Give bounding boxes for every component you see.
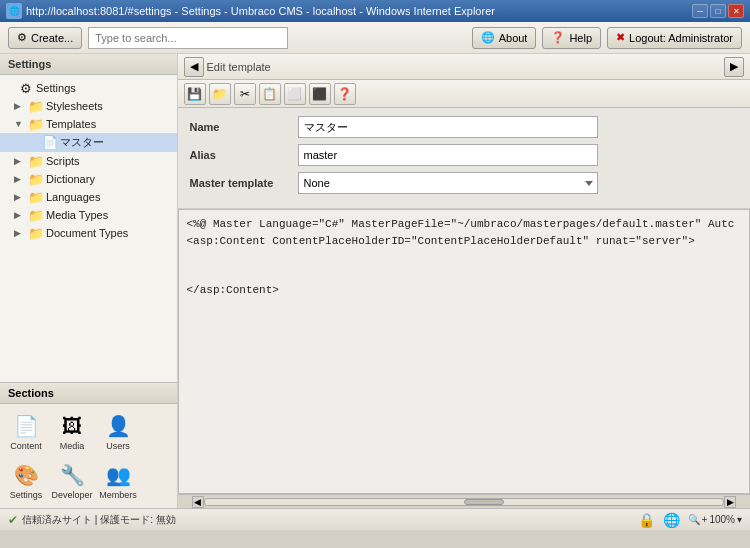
status-bar: ✔ 信頼済みサイト | 保護モード: 無効 🔒 🌐 🔍 + 100% ▾ [0,508,750,530]
master-template-label: Master template [190,177,290,189]
create-icon: ⚙ [17,31,27,44]
alias-input[interactable] [298,144,598,166]
zoom-dropdown-icon[interactable]: ▾ [737,514,742,525]
minimize-button[interactable]: ─ [692,4,708,18]
toggle-dictionary: ▶ [14,174,26,184]
zoom-icon: 🔍 [688,514,700,525]
cut-button[interactable]: ✂ [234,83,256,105]
search-input[interactable] [88,27,288,49]
window-button[interactable]: ⬛ [309,83,331,105]
alias-row: Alias [190,144,739,166]
about-icon: 🌐 [481,31,495,44]
main-layout: Settings ⚙ Settings ▶ 📁 Stylesheets ▼ 📁 … [0,54,750,508]
zoom-label: 100% [709,514,735,525]
trusted-icon: ✔ [8,513,18,527]
sidebar-header: Settings [0,54,177,75]
security-icon: 🔒 [638,512,655,528]
scroll-left-button[interactable]: ◀ [192,496,204,508]
name-row: Name [190,116,739,138]
scroll-right-button[interactable]: ▶ [724,496,736,508]
toggle-document-types: ▶ [14,228,26,238]
content-section-bar: ◀ Edit template ▶ [178,54,751,80]
close-button[interactable]: ✕ [728,4,744,18]
document-types-icon: 📁 [28,226,44,240]
copy-button[interactable]: 📋 [259,83,281,105]
main-toolbar: ⚙ Create... 🌐 About ❓ Help ✖ Logout: Adm… [0,22,750,54]
editor-toolbar: 💾 📁 ✂ 📋 ⬜ ⬛ ❓ [178,80,751,108]
maximize-button[interactable]: □ [710,4,726,18]
zoom-section: 🔍 + 100% ▾ [688,514,742,525]
section-users[interactable]: 👤 Users [96,408,140,455]
nav-left-button[interactable]: ◀ [184,57,204,77]
scripts-icon: 📁 [28,154,44,168]
languages-icon: 📁 [28,190,44,204]
code-editor[interactable]: <%@ Master Language="C#" MasterPageFile=… [178,209,751,494]
section-settings[interactable]: 🎨 Settings [4,457,48,504]
title-bar: 🌐 http://localhost:8081/#settings - Sett… [0,0,750,22]
sections-area: Sections 📄 Content 🖼 Media 👤 Users 🎨 Set… [0,382,177,508]
save-button[interactable]: 💾 [184,83,206,105]
logout-icon: ✖ [616,31,625,44]
sidebar: Settings ⚙ Settings ▶ 📁 Stylesheets ▼ 📁 … [0,54,178,508]
name-label: Name [190,121,290,133]
status-text: 信頼済みサイト | 保護モード: 無効 [22,513,176,527]
dictionary-icon: 📁 [28,172,44,186]
section-developer[interactable]: 🔧 Developer [50,457,94,504]
section-label: Edit template [207,61,722,73]
tree-item-media-types[interactable]: ▶ 📁 Media Types [0,206,177,224]
master-template-row: Master template None [190,172,739,194]
zoom-add-icon: + [702,514,708,525]
horizontal-scrollbar[interactable]: ◀ ▶ [178,494,751,508]
template-form: Name Alias Master template None [178,108,751,209]
master-icon: 📄 [42,136,58,150]
scroll-thumb[interactable] [464,499,504,505]
help-icon: ❓ [551,31,565,44]
section-media[interactable]: 🖼 Media [50,408,94,455]
tree-item-stylesheets[interactable]: ▶ 📁 Stylesheets [0,97,177,115]
media-icon: 🖼 [58,412,86,440]
scroll-track[interactable] [204,498,725,506]
ie-logo: 🌐 [663,512,680,528]
toggle-stylesheets: ▶ [14,101,26,111]
tree-item-scripts[interactable]: ▶ 📁 Scripts [0,152,177,170]
tree-item-dictionary[interactable]: ▶ 📁 Dictionary [0,170,177,188]
status-right: 🔒 🌐 🔍 + 100% ▾ [638,512,742,528]
members-icon: 👥 [104,461,132,489]
users-icon: 👤 [104,412,132,440]
name-input[interactable] [298,116,598,138]
title-bar-text: http://localhost:8081/#settings - Settin… [26,5,495,17]
section-members[interactable]: 👥 Members [96,457,140,504]
create-button[interactable]: ⚙ Create... [8,27,82,49]
toggle-templates: ▼ [14,119,26,129]
master-template-select[interactable]: None [298,172,598,194]
fullscreen-button[interactable]: ⬜ [284,83,306,105]
developer-icon: 🔧 [58,461,86,489]
help-editor-button[interactable]: ❓ [334,83,356,105]
tree-item-languages[interactable]: ▶ 📁 Languages [0,188,177,206]
settings-icon: ⚙ [18,81,34,95]
sections-icons: 📄 Content 🖼 Media 👤 Users 🎨 Settings 🔧 [0,404,177,508]
nav-right-button[interactable]: ▶ [724,57,744,77]
browser-icon: 🌐 [6,3,22,19]
toggle-media-types: ▶ [14,210,26,220]
status-left: ✔ 信頼済みサイト | 保護モード: 無効 [8,513,630,527]
media-types-icon: 📁 [28,208,44,222]
tree-item-settings[interactable]: ⚙ Settings [0,79,177,97]
alias-label: Alias [190,149,290,161]
section-content[interactable]: 📄 Content [4,408,48,455]
toggle-languages: ▶ [14,192,26,202]
stylesheets-icon: 📁 [28,99,44,113]
content-area: ◀ Edit template ▶ 💾 📁 ✂ 📋 ⬜ ⬛ ❓ Name Ali… [178,54,751,508]
tree-item-document-types[interactable]: ▶ 📁 Document Types [0,224,177,242]
logout-button[interactable]: ✖ Logout: Administrator [607,27,742,49]
about-button[interactable]: 🌐 About [472,27,537,49]
templates-icon: 📁 [28,117,44,131]
tree-area: ⚙ Settings ▶ 📁 Stylesheets ▼ 📁 Templates… [0,75,177,382]
toggle-scripts: ▶ [14,156,26,166]
sections-header: Sections [0,383,177,404]
tree-item-templates[interactable]: ▼ 📁 Templates [0,115,177,133]
open-button[interactable]: 📁 [209,83,231,105]
help-button[interactable]: ❓ Help [542,27,601,49]
tree-item-master[interactable]: 📄 マスター [0,133,177,152]
settings-section-icon: 🎨 [12,461,40,489]
